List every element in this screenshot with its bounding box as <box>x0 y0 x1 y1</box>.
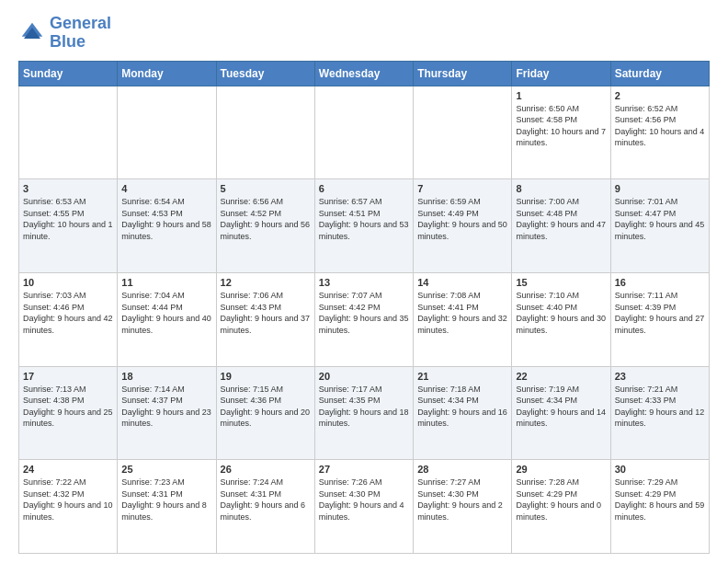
calendar-day-cell: 29Sunrise: 7:28 AM Sunset: 4:29 PM Dayli… <box>512 460 610 554</box>
calendar-header-cell: Tuesday <box>216 61 314 86</box>
day-info: Sunrise: 7:28 AM Sunset: 4:29 PM Dayligh… <box>516 477 606 523</box>
day-number: 13 <box>319 277 409 288</box>
calendar-day-cell: 8Sunrise: 7:00 AM Sunset: 4:48 PM Daylig… <box>512 179 610 273</box>
calendar-body: 1Sunrise: 6:50 AM Sunset: 4:58 PM Daylig… <box>19 86 710 553</box>
calendar-day-cell <box>314 86 413 179</box>
day-info: Sunrise: 7:22 AM Sunset: 4:32 PM Dayligh… <box>23 477 113 523</box>
calendar-day-cell <box>118 86 216 179</box>
day-number: 7 <box>417 183 507 194</box>
day-number: 15 <box>516 277 606 288</box>
calendar-day-cell <box>414 86 512 179</box>
calendar-day-cell: 1Sunrise: 6:50 AM Sunset: 4:58 PM Daylig… <box>512 86 610 179</box>
calendar-day-cell: 27Sunrise: 7:26 AM Sunset: 4:30 PM Dayli… <box>314 460 413 554</box>
day-number: 17 <box>23 371 113 382</box>
calendar-day-cell: 12Sunrise: 7:06 AM Sunset: 4:43 PM Dayli… <box>216 272 314 366</box>
logo-icon <box>18 19 46 47</box>
calendar-day-cell: 4Sunrise: 6:54 AM Sunset: 4:53 PM Daylig… <box>118 179 216 273</box>
calendar-day-cell: 13Sunrise: 7:07 AM Sunset: 4:42 PM Dayli… <box>314 272 413 366</box>
day-info: Sunrise: 7:24 AM Sunset: 4:31 PM Dayligh… <box>221 477 311 523</box>
day-number: 20 <box>319 371 409 382</box>
day-info: Sunrise: 7:19 AM Sunset: 4:34 PM Dayligh… <box>516 384 606 430</box>
calendar-day-cell: 26Sunrise: 7:24 AM Sunset: 4:31 PM Dayli… <box>216 460 314 554</box>
day-info: Sunrise: 7:21 AM Sunset: 4:33 PM Dayligh… <box>615 384 705 430</box>
day-info: Sunrise: 7:07 AM Sunset: 4:42 PM Dayligh… <box>319 290 409 336</box>
day-info: Sunrise: 7:04 AM Sunset: 4:44 PM Dayligh… <box>121 290 211 336</box>
calendar-week-row: 24Sunrise: 7:22 AM Sunset: 4:32 PM Dayli… <box>19 460 710 554</box>
day-info: Sunrise: 7:13 AM Sunset: 4:38 PM Dayligh… <box>23 384 113 430</box>
day-number: 29 <box>516 464 606 475</box>
day-number: 22 <box>516 371 606 382</box>
day-info: Sunrise: 7:23 AM Sunset: 4:31 PM Dayligh… <box>121 477 211 523</box>
calendar-day-cell: 5Sunrise: 6:56 AM Sunset: 4:52 PM Daylig… <box>216 179 314 273</box>
day-info: Sunrise: 7:14 AM Sunset: 4:37 PM Dayligh… <box>121 384 211 430</box>
calendar-day-cell: 6Sunrise: 6:57 AM Sunset: 4:51 PM Daylig… <box>314 179 413 273</box>
day-number: 21 <box>417 371 507 382</box>
day-info: Sunrise: 7:18 AM Sunset: 4:34 PM Dayligh… <box>417 384 507 430</box>
calendar-week-row: 3Sunrise: 6:53 AM Sunset: 4:55 PM Daylig… <box>19 179 710 273</box>
calendar-header-cell: Wednesday <box>314 61 413 86</box>
calendar-day-cell: 11Sunrise: 7:04 AM Sunset: 4:44 PM Dayli… <box>118 272 216 366</box>
day-info: Sunrise: 6:59 AM Sunset: 4:49 PM Dayligh… <box>417 196 507 242</box>
day-info: Sunrise: 7:17 AM Sunset: 4:35 PM Dayligh… <box>319 384 409 430</box>
calendar-week-row: 10Sunrise: 7:03 AM Sunset: 4:46 PM Dayli… <box>19 272 710 366</box>
day-number: 30 <box>615 464 705 475</box>
day-number: 24 <box>23 464 113 475</box>
calendar-day-cell: 17Sunrise: 7:13 AM Sunset: 4:38 PM Dayli… <box>19 366 118 460</box>
day-number: 27 <box>319 464 409 475</box>
calendar-day-cell: 7Sunrise: 6:59 AM Sunset: 4:49 PM Daylig… <box>414 179 512 273</box>
day-number: 9 <box>615 183 705 194</box>
day-number: 3 <box>23 183 113 194</box>
day-info: Sunrise: 7:10 AM Sunset: 4:40 PM Dayligh… <box>516 290 606 336</box>
calendar-table: SundayMondayTuesdayWednesdayThursdayFrid… <box>18 61 710 554</box>
day-info: Sunrise: 7:29 AM Sunset: 4:29 PM Dayligh… <box>615 477 705 523</box>
day-number: 16 <box>615 277 705 288</box>
day-info: Sunrise: 7:06 AM Sunset: 4:43 PM Dayligh… <box>221 290 311 336</box>
calendar-header-cell: Friday <box>512 61 610 86</box>
header: General Blue <box>18 15 710 52</box>
calendar-header-cell: Sunday <box>19 61 118 86</box>
day-number: 2 <box>615 90 705 101</box>
day-info: Sunrise: 6:54 AM Sunset: 4:53 PM Dayligh… <box>121 196 211 242</box>
logo-text: General Blue <box>50 15 111 52</box>
calendar-day-cell: 28Sunrise: 7:27 AM Sunset: 4:30 PM Dayli… <box>414 460 512 554</box>
page: General Blue SundayMondayTuesdayWednesda… <box>0 0 728 563</box>
day-number: 12 <box>221 277 311 288</box>
calendar-header-cell: Saturday <box>610 61 709 86</box>
day-number: 19 <box>221 371 311 382</box>
day-info: Sunrise: 7:03 AM Sunset: 4:46 PM Dayligh… <box>23 290 113 336</box>
day-info: Sunrise: 6:53 AM Sunset: 4:55 PM Dayligh… <box>23 196 113 242</box>
calendar-day-cell: 20Sunrise: 7:17 AM Sunset: 4:35 PM Dayli… <box>314 366 413 460</box>
day-number: 26 <box>221 464 311 475</box>
calendar-day-cell: 9Sunrise: 7:01 AM Sunset: 4:47 PM Daylig… <box>610 179 709 273</box>
day-number: 6 <box>319 183 409 194</box>
calendar-header-cell: Thursday <box>414 61 512 86</box>
day-number: 8 <box>516 183 606 194</box>
calendar-week-row: 1Sunrise: 6:50 AM Sunset: 4:58 PM Daylig… <box>19 86 710 179</box>
calendar-header-row: SundayMondayTuesdayWednesdayThursdayFrid… <box>19 61 710 86</box>
day-info: Sunrise: 7:01 AM Sunset: 4:47 PM Dayligh… <box>615 196 705 242</box>
calendar-day-cell: 30Sunrise: 7:29 AM Sunset: 4:29 PM Dayli… <box>610 460 709 554</box>
day-info: Sunrise: 7:15 AM Sunset: 4:36 PM Dayligh… <box>221 384 311 430</box>
day-info: Sunrise: 6:52 AM Sunset: 4:56 PM Dayligh… <box>615 103 705 149</box>
calendar-day-cell: 2Sunrise: 6:52 AM Sunset: 4:56 PM Daylig… <box>610 86 709 179</box>
day-number: 23 <box>615 371 705 382</box>
day-number: 25 <box>121 464 211 475</box>
calendar-day-cell: 15Sunrise: 7:10 AM Sunset: 4:40 PM Dayli… <box>512 272 610 366</box>
day-number: 28 <box>417 464 507 475</box>
day-info: Sunrise: 6:56 AM Sunset: 4:52 PM Dayligh… <box>221 196 311 242</box>
calendar-day-cell: 18Sunrise: 7:14 AM Sunset: 4:37 PM Dayli… <box>118 366 216 460</box>
day-info: Sunrise: 6:50 AM Sunset: 4:58 PM Dayligh… <box>516 103 606 149</box>
calendar-day-cell: 23Sunrise: 7:21 AM Sunset: 4:33 PM Dayli… <box>610 366 709 460</box>
day-info: Sunrise: 7:08 AM Sunset: 4:41 PM Dayligh… <box>417 290 507 336</box>
day-info: Sunrise: 6:57 AM Sunset: 4:51 PM Dayligh… <box>319 196 409 242</box>
day-info: Sunrise: 7:27 AM Sunset: 4:30 PM Dayligh… <box>417 477 507 523</box>
calendar-day-cell <box>19 86 118 179</box>
calendar-day-cell: 24Sunrise: 7:22 AM Sunset: 4:32 PM Dayli… <box>19 460 118 554</box>
calendar-day-cell: 10Sunrise: 7:03 AM Sunset: 4:46 PM Dayli… <box>19 272 118 366</box>
day-number: 11 <box>121 277 211 288</box>
day-info: Sunrise: 7:11 AM Sunset: 4:39 PM Dayligh… <box>615 290 705 336</box>
day-number: 4 <box>121 183 211 194</box>
day-number: 5 <box>221 183 311 194</box>
calendar-day-cell <box>216 86 314 179</box>
calendar-day-cell: 3Sunrise: 6:53 AM Sunset: 4:55 PM Daylig… <box>19 179 118 273</box>
